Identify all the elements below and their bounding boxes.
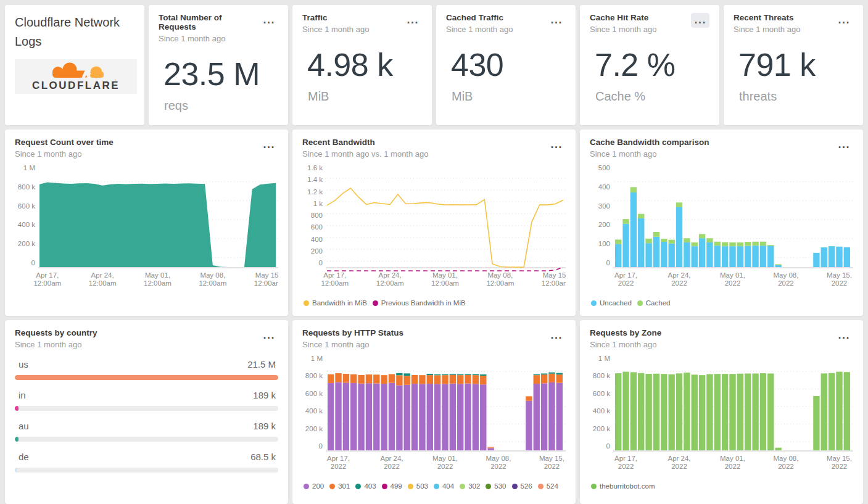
svg-text:1 M: 1 M xyxy=(23,164,35,171)
panel-menu-button[interactable]: ... xyxy=(835,328,853,343)
panel-recent-threats: Recent Threats Since 1 month ago ... 791… xyxy=(724,5,863,125)
legend-item[interactable]: 404 xyxy=(434,482,454,490)
country-value: 68.5 k xyxy=(250,452,276,462)
panel-subtitle: Since 1 month ago xyxy=(446,25,513,34)
country-bar-track xyxy=(15,437,278,442)
panel-menu-button[interactable]: ... xyxy=(835,138,853,152)
panel-title: Total Number of Requests xyxy=(159,13,260,31)
svg-text:May 08,12:00am: May 08,12:00am xyxy=(486,271,514,287)
panel-title: Cache Bandwidth comparison xyxy=(590,138,709,147)
legend-item[interactable]: 302 xyxy=(460,482,480,490)
panel-menu-button[interactable]: ... xyxy=(547,138,566,152)
country-row: de68.5 k xyxy=(15,452,278,473)
panel-menu-button[interactable]: ... xyxy=(835,13,853,28)
panel-menu-button[interactable]: ... xyxy=(547,328,566,343)
svg-text:200 k: 200 k xyxy=(593,425,610,432)
stat-unit: MiB xyxy=(308,89,422,104)
panel-menu-button[interactable]: ... xyxy=(260,328,278,343)
svg-text:0: 0 xyxy=(606,259,610,266)
legend-item[interactable]: Uncached xyxy=(591,299,632,307)
panel-title: Cache Hit Rate xyxy=(590,13,656,22)
legend-dot xyxy=(382,484,387,489)
stat-unit: Cache % xyxy=(595,89,709,104)
panel-title: Traffic xyxy=(302,13,369,22)
panel-menu-button[interactable]: ... xyxy=(260,13,278,28)
panel-subtitle: Since 1 month ago xyxy=(302,340,403,349)
stat-unit: threats xyxy=(739,89,853,104)
svg-text:1 k: 1 k xyxy=(313,200,323,207)
svg-text:Apr 17,2022: Apr 17,2022 xyxy=(614,271,637,287)
svg-text:Apr 24,2022: Apr 24,2022 xyxy=(380,455,403,470)
panel-subtitle: Since 1 month ago xyxy=(590,149,709,159)
legend-item[interactable]: Previous Bandwidth in MiB xyxy=(373,299,466,307)
zone-legend: theburritobot.com xyxy=(591,482,853,490)
svg-text:1.2 k: 1.2 k xyxy=(307,188,323,196)
svg-text:500: 500 xyxy=(598,164,610,171)
legend-dot xyxy=(538,484,544,489)
svg-text:200: 200 xyxy=(598,221,610,228)
dashboard-title: Cloudflare Network Logs xyxy=(15,13,132,51)
country-label: in xyxy=(19,390,26,400)
legend-item[interactable]: theburritobot.com xyxy=(591,482,655,490)
http-status-bar-chart: 1 M800 k600 k400 k200 k0Apr 17,2022Apr 2… xyxy=(302,354,566,477)
svg-text:800 k: 800 k xyxy=(18,183,35,191)
legend-item[interactable]: 524 xyxy=(538,482,558,490)
panel-traffic: Traffic Since 1 month ago ... 4.98 k MiB xyxy=(292,5,432,125)
legend-item[interactable]: 200 xyxy=(304,482,324,490)
legend-dot xyxy=(373,300,378,306)
legend-item[interactable]: Bandwidth in MiB xyxy=(304,299,367,307)
svg-text:Apr 17,2022: Apr 17,2022 xyxy=(327,455,350,470)
country-bar-track xyxy=(15,375,278,380)
svg-text:800 k: 800 k xyxy=(593,372,610,379)
legend-dot xyxy=(460,484,465,489)
http-status-legend: 200301403499503404302530526524 xyxy=(304,482,566,490)
panel-subtitle: Since 1 month ago xyxy=(734,25,800,34)
zone-bar-chart: 1 M800 k600 k400 k200 k0Apr 17,2022Apr 2… xyxy=(590,354,853,477)
svg-text:400 k: 400 k xyxy=(305,407,323,415)
panel-menu-button[interactable]: ... xyxy=(403,13,422,28)
panel-title: Requests by Zone xyxy=(590,328,661,337)
panel-subtitle: Since 1 month ago xyxy=(590,25,656,34)
svg-text:600 k: 600 k xyxy=(18,202,35,210)
svg-text:200 k: 200 k xyxy=(305,425,323,432)
svg-text:400 k: 400 k xyxy=(593,407,610,415)
dashboard-grid: Cloudflare Network Logs CLOUDFLARE ' Tot… xyxy=(0,0,868,504)
svg-text:600 k: 600 k xyxy=(305,390,323,397)
legend-item[interactable]: 499 xyxy=(382,482,402,490)
request-count-area-chart: 1 M800 k600 k400 k200 k0Apr 17,12:00amAp… xyxy=(15,163,278,294)
legend-dot xyxy=(304,300,309,306)
svg-text:May 08,2022: May 08,2022 xyxy=(486,455,511,470)
panel-subtitle: Since 1 month ago xyxy=(15,149,114,159)
legend-dot xyxy=(591,300,597,306)
svg-text:1 M: 1 M xyxy=(598,355,610,362)
panel-menu-button[interactable]: ... xyxy=(547,13,566,28)
country-row: au189 k xyxy=(15,421,278,442)
svg-text:Apr 24,12:00am: Apr 24,12:00am xyxy=(89,271,117,287)
svg-text:Apr 17,12:00am: Apr 17,12:00am xyxy=(321,271,349,287)
panel-title: Cached Traffic xyxy=(446,13,513,22)
legend-item[interactable]: 301 xyxy=(329,482,350,490)
legend-dot xyxy=(355,484,361,489)
svg-text:May 08,2022: May 08,2022 xyxy=(774,455,799,470)
stat-value: 791 k xyxy=(738,46,853,83)
panel-cache-bandwidth: Cache Bandwidth comparison Since 1 month… xyxy=(580,130,863,316)
panel-requests-by-country: Requests by country Since 1 month ago ..… xyxy=(5,320,288,504)
cloudflare-logo-icon: CLOUDFLARE ' xyxy=(23,62,128,91)
legend-item[interactable]: 503 xyxy=(408,482,428,490)
legend-item[interactable]: 403 xyxy=(355,482,376,490)
legend-item[interactable]: Cached xyxy=(637,299,671,307)
cloudflare-wordmark: CLOUDFLARE xyxy=(32,80,120,91)
svg-text:400: 400 xyxy=(311,236,323,243)
legend-dot xyxy=(637,300,643,306)
legend-item[interactable]: 526 xyxy=(512,482,532,490)
panel-title: Recent Threats xyxy=(734,13,800,22)
panel-menu-button[interactable]: ... xyxy=(260,138,278,152)
country-bar-list: us21.5 Min189 kau189 kde68.5 k xyxy=(15,359,278,473)
cache-bandwidth-legend: UncachedCached xyxy=(591,299,853,307)
legend-item[interactable]: 530 xyxy=(486,482,506,490)
svg-text:600: 600 xyxy=(311,223,323,231)
legend-dot xyxy=(512,484,518,489)
svg-text:300: 300 xyxy=(598,202,610,210)
svg-text:0: 0 xyxy=(31,259,35,266)
panel-menu-button[interactable]: ... xyxy=(691,13,709,28)
